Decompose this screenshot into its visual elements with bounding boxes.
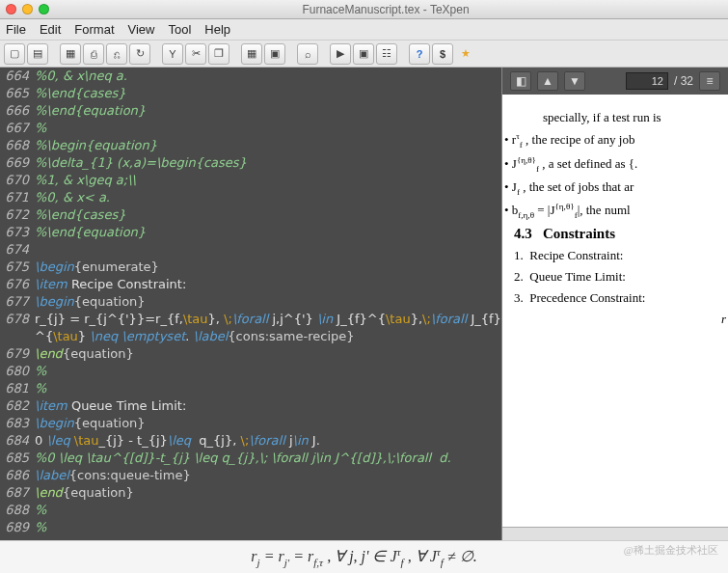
- line-number: 687: [0, 484, 33, 502]
- line-number: 686: [0, 467, 33, 484]
- line-number: 675: [0, 259, 33, 276]
- preview-scrollbar[interactable]: [502, 527, 728, 540]
- editor-line[interactable]: 674: [0, 241, 501, 259]
- menu-help[interactable]: Help: [204, 22, 230, 37]
- undo-icon[interactable]: ⎌: [106, 43, 127, 65]
- window-title: FurnaceManuscript.tex - TeXpen: [49, 3, 722, 16]
- editor-line[interactable]: 689%: [0, 519, 501, 536]
- line-number: 685: [0, 450, 33, 467]
- editor-line[interactable]: 669%\delta_{1} (x,a)=\begin{cases}: [0, 154, 501, 172]
- editor-line[interactable]: 681%: [0, 380, 501, 397]
- code-icon[interactable]: Y: [162, 43, 183, 65]
- star-icon[interactable]: ★: [455, 43, 476, 65]
- preview-bullet: • J{η,θ}f , a set defined as {.: [514, 155, 728, 174]
- menubar: File Edit Format View Tool Help: [0, 19, 728, 41]
- menu-file[interactable]: File: [6, 22, 26, 37]
- editor-line[interactable]: 670%1, & x\geq a;\\: [0, 172, 501, 189]
- open-icon[interactable]: ▤: [27, 43, 48, 65]
- preview-pane: ◧ ▲ ▼ / 32 ≡ specially, if a test run is…: [501, 68, 728, 540]
- line-number: 670: [0, 172, 33, 189]
- preview-list-item: 2. Queue Time Limit:: [514, 269, 728, 285]
- line-number: 677: [0, 293, 33, 311]
- line-number: 668: [0, 137, 33, 154]
- preview-text: specially, if a test run is: [543, 110, 728, 125]
- formula-display: rj = rj' = rf,τ , ∀ j, j' ∈ Jτf , ∀ Jτf …: [251, 546, 476, 568]
- copy-icon[interactable]: ❐: [208, 43, 229, 65]
- line-number: 666: [0, 102, 33, 120]
- editor-line[interactable]: 682\item Queue Time Limit:: [0, 397, 501, 415]
- page-up-icon[interactable]: ▲: [537, 71, 558, 91]
- editor-line[interactable]: 678r_{j} = r_{j^{'}}=r_{f,\tau}, \;\fora…: [0, 311, 501, 345]
- sidebar-toggle-icon[interactable]: ◧: [510, 71, 531, 91]
- preview-bullet: • rτf , the recipe of any job: [514, 131, 728, 150]
- close-icon[interactable]: [6, 4, 16, 14]
- page-down-icon[interactable]: ▼: [564, 71, 585, 91]
- print-icon[interactable]: ⎙: [83, 43, 104, 65]
- editor-line[interactable]: 680%: [0, 363, 501, 380]
- minimize-icon[interactable]: [22, 4, 33, 14]
- image-icon[interactable]: ▣: [264, 43, 285, 65]
- editor-pane[interactable]: 664%0, & x\neq a.665%\end{cases}666%\end…: [0, 68, 501, 540]
- line-number: 671: [0, 189, 33, 206]
- menu-tool[interactable]: Tool: [168, 22, 191, 37]
- zoom-icon[interactable]: [39, 4, 49, 14]
- editor-line[interactable]: 675\begin{enumerate}: [0, 259, 501, 276]
- editor-line[interactable]: 687\end{equation}: [0, 484, 501, 502]
- help-icon[interactable]: ?: [409, 43, 430, 65]
- editor-line[interactable]: 685%0 \leq \tau^{[d]}-t_{j} \leq q_{j},\…: [0, 450, 501, 467]
- line-number: 682: [0, 397, 33, 415]
- line-number: 673: [0, 224, 33, 241]
- more-icon[interactable]: ≡: [699, 71, 720, 91]
- editor-line[interactable]: 688%: [0, 502, 501, 519]
- editor-line[interactable]: 665%\end{cases}: [0, 85, 501, 102]
- section-heading: 4.3 Constraints: [514, 226, 728, 242]
- editor-line[interactable]: 672%\end{cases}: [0, 206, 501, 224]
- save-icon[interactable]: ▦: [60, 43, 81, 65]
- new-icon[interactable]: ▢: [4, 43, 25, 65]
- zoom-icon[interactable]: ⌕: [297, 43, 318, 65]
- editor-line[interactable]: 6840 \leq \tau_{j} - t_{j}\leq q_{j}, \;…: [0, 432, 501, 450]
- line-number: 689: [0, 519, 33, 536]
- editor-line[interactable]: 666%\end{equation}: [0, 102, 501, 120]
- redo-icon[interactable]: ↻: [129, 43, 150, 65]
- line-number: 681: [0, 380, 33, 397]
- editor-line[interactable]: 667%: [0, 120, 501, 137]
- watermark: @稀土掘金技术社区: [624, 543, 718, 558]
- line-number: 664: [0, 68, 33, 85]
- line-number: 676: [0, 276, 33, 293]
- editor-line[interactable]: 671%0, & x< a.: [0, 189, 501, 206]
- line-number: 683: [0, 415, 33, 432]
- editor-line[interactable]: 677\begin{equation}: [0, 293, 501, 311]
- editor-line[interactable]: 673%\end{equation}: [0, 224, 501, 241]
- preview-toolbar: ◧ ▲ ▼ / 32 ≡: [502, 68, 728, 95]
- line-number: 679: [0, 345, 33, 363]
- page-total: / 32: [674, 74, 693, 88]
- titlebar: FurnaceManuscript.tex - TeXpen: [0, 0, 728, 19]
- editor-line[interactable]: 683\begin{equation}: [0, 415, 501, 432]
- menu-view[interactable]: View: [128, 22, 155, 37]
- grid-icon[interactable]: ▦: [241, 43, 262, 65]
- editor-line[interactable]: 668%\begin{equation}: [0, 137, 501, 154]
- find-icon[interactable]: ☷: [376, 43, 397, 65]
- money-icon[interactable]: $: [432, 43, 453, 65]
- line-number: 678: [0, 311, 33, 345]
- line-number: 669: [0, 154, 33, 172]
- editor-line[interactable]: 679\end{equation}: [0, 345, 501, 363]
- formula-bar: rj = rj' = rf,τ , ∀ j, j' ∈ Jτf , ∀ Jτf …: [0, 540, 728, 573]
- preview-list-item: 1. Recipe Constraint:: [514, 248, 728, 263]
- toolbar: ▢ ▤ ▦ ⎙ ⎌ ↻ Y ✂ ❐ ▦ ▣ ⌕ ▶ ▣ ☷ ? $ ★: [0, 41, 728, 68]
- preview-bullet: • Jf , the set of jobs that ar: [514, 179, 728, 197]
- line-number: 672: [0, 206, 33, 224]
- run-icon[interactable]: ▶: [330, 43, 351, 65]
- menu-edit[interactable]: Edit: [40, 22, 61, 37]
- editor-line[interactable]: 664%0, & x\neq a.: [0, 68, 501, 85]
- stop-icon[interactable]: ▣: [353, 43, 374, 65]
- preview-text: r: [514, 312, 726, 327]
- cut-icon[interactable]: ✂: [185, 43, 206, 65]
- page-number-input[interactable]: [626, 72, 668, 90]
- menu-format[interactable]: Format: [74, 22, 114, 37]
- editor-line[interactable]: 676\item Recipe Constraint:: [0, 276, 501, 293]
- preview-content: specially, if a test run is• rτf , the r…: [502, 95, 728, 527]
- window-controls: [6, 4, 49, 14]
- editor-line[interactable]: 686\label{cons:queue-time}: [0, 467, 501, 484]
